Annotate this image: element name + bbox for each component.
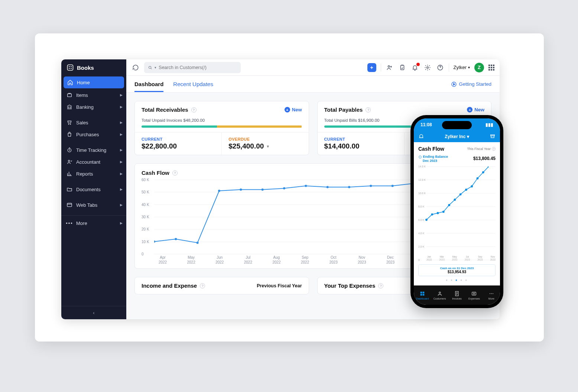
phone-card-title: Cash Flow (418, 146, 444, 152)
notifications-button[interactable] (411, 63, 419, 72)
notification-dot (416, 63, 420, 66)
card-subtitle: Total Unpaid Invoices $48,200.00 (135, 118, 309, 125)
svg-point-42 (488, 166, 489, 167)
phone-chart: 02.0 K4.0 K6.0 K8.0 K10.0 K12.0 K14.0 K (418, 166, 496, 254)
help-icon[interactable]: ? (378, 283, 383, 288)
svg-point-51 (490, 293, 490, 294)
overdue-amount[interactable]: $25,400.00▼ (228, 142, 302, 150)
current-label: CURRENT (142, 137, 215, 141)
sidebar-item-sales[interactable]: Sales ▶ (61, 117, 126, 128)
sidebar-item-banking[interactable]: Banking ▶ (61, 101, 126, 113)
svg-point-41 (483, 172, 484, 173)
sidebar-item-label: Items (76, 92, 88, 98)
getting-started-link[interactable]: Getting Started (451, 81, 491, 87)
phone-tab-customers[interactable]: Customers (431, 285, 448, 305)
avatar[interactable]: Z (474, 63, 484, 72)
phone-org-switcher[interactable]: Zylker Inc ▾ (445, 134, 469, 139)
sidebar-item-label: Web Tabs (76, 202, 97, 208)
phone-period-selector[interactable]: This Fiscal Year? (467, 147, 496, 151)
topbar: ▾ + Zylker▾ Z (126, 59, 500, 76)
search-input[interactable]: ▾ (144, 62, 241, 73)
sidebar-item-documents[interactable]: Documents ▶ (61, 183, 126, 195)
avatar-initial: Z (478, 65, 481, 70)
bag-icon (66, 131, 72, 137)
card-receivables: Total Receivables ? +New Total Unpaid In… (134, 101, 309, 155)
clipboard-button[interactable] (398, 63, 406, 72)
users-button[interactable] (386, 63, 394, 72)
period-selector[interactable]: Previous Fiscal Year (257, 283, 302, 288)
chevron-right-icon: ▶ (120, 148, 123, 152)
org-switcher[interactable]: Zylker▾ (454, 65, 470, 70)
sidebar-item-items[interactable]: Items ▶ (61, 89, 126, 101)
chevron-right-icon: ▶ (120, 160, 123, 164)
phone-tab-more[interactable]: More (483, 285, 500, 305)
phone-tab-invoices[interactable]: Invoices (448, 285, 465, 305)
help-icon: ? (492, 147, 496, 151)
svg-point-30 (419, 156, 422, 158)
svg-point-39 (471, 185, 473, 187)
phone-mockup: 11:08 ▮▮▮ Zylker Inc ▾ Cash Flow This Fi… (410, 115, 503, 308)
cart-icon (66, 120, 72, 125)
phone-tab-expenses[interactable]: Expenses (465, 285, 483, 305)
quick-add-button[interactable]: + (367, 63, 376, 72)
phone-time: 11:08 (420, 122, 432, 127)
phone-page-dots[interactable]: ● ● ● ● ● (418, 278, 496, 282)
phone-status-icons: ▮▮▮ (486, 122, 493, 127)
chevron-right-icon: ▶ (120, 221, 123, 225)
svg-point-3 (69, 68, 70, 69)
sidebar-item-purchases[interactable]: Purchases ▶ (61, 128, 126, 140)
sidebar-item-accountant[interactable]: Accountant ▶ (61, 156, 126, 168)
sidebar-item-label: Purchases (76, 132, 99, 137)
sidebar-item-more[interactable]: ••• More ▶ (61, 216, 126, 229)
bank-icon (66, 104, 72, 110)
search-icon (148, 65, 152, 70)
sidebar-item-reports[interactable]: Reports ▶ (61, 168, 126, 180)
settings-button[interactable] (423, 63, 432, 72)
svg-point-36 (454, 199, 455, 200)
chevron-right-icon: ▶ (120, 187, 123, 191)
sidebar-item-time-tracking[interactable]: Time Tracking ▶ (61, 144, 126, 156)
help-button[interactable] (436, 63, 444, 72)
help-icon[interactable]: ? (191, 107, 197, 112)
sidebar-item-label: More (76, 220, 87, 226)
svg-point-50 (474, 293, 475, 294)
tabs-row: Dashboard Recent Updates Getting Started (126, 76, 500, 93)
new-label: New (292, 107, 302, 112)
folder-icon (66, 186, 72, 192)
play-circle-icon (451, 81, 457, 87)
refresh-button[interactable] (131, 63, 140, 72)
chevron-down-icon: ▾ (155, 66, 156, 69)
sidebar-item-label: Home (77, 80, 90, 85)
bell-icon[interactable] (418, 133, 424, 140)
help-icon[interactable]: ? (366, 107, 371, 112)
svg-rect-29 (491, 136, 494, 138)
getting-started-label: Getting Started (459, 81, 491, 87)
brand-icon (66, 64, 74, 71)
circle-icon (418, 155, 422, 159)
help-icon[interactable]: ? (172, 170, 178, 176)
svg-rect-5 (68, 94, 72, 97)
new-receivable-button[interactable]: +New (285, 107, 302, 112)
sidebar-item-web-tabs[interactable]: Web Tabs ▶ (61, 199, 126, 211)
sidebar-item-home[interactable]: Home (64, 76, 124, 88)
phone-tab-dashboard[interactable]: Dashboard (414, 285, 431, 305)
clock-icon (66, 147, 72, 153)
phone-cash-amount: $13,954.93 (420, 270, 493, 274)
sidebar-item-label: Sales (76, 120, 88, 125)
chart-icon (66, 171, 72, 177)
sidebar-collapse-button[interactable]: ‹ (61, 306, 126, 319)
tab-recent-updates[interactable]: Recent Updates (173, 81, 213, 87)
phone-screen: 11:08 ▮▮▮ Zylker Inc ▾ Cash Flow This Fi… (414, 118, 500, 305)
phone-notch (442, 121, 472, 129)
archive-icon[interactable] (490, 133, 496, 140)
svg-point-25 (370, 185, 372, 187)
tab-dashboard[interactable]: Dashboard (134, 81, 163, 92)
sidebar-item-label: Documents (76, 187, 101, 192)
help-icon[interactable]: ? (200, 283, 205, 288)
new-payable-button[interactable]: +New (467, 107, 484, 112)
search-field[interactable] (159, 65, 237, 70)
svg-point-20 (262, 189, 264, 191)
svg-point-53 (493, 293, 493, 294)
sidebar: Books Home Items ▶ Banking ▶ Sales ▶ (61, 59, 126, 319)
apps-button[interactable] (488, 65, 494, 71)
